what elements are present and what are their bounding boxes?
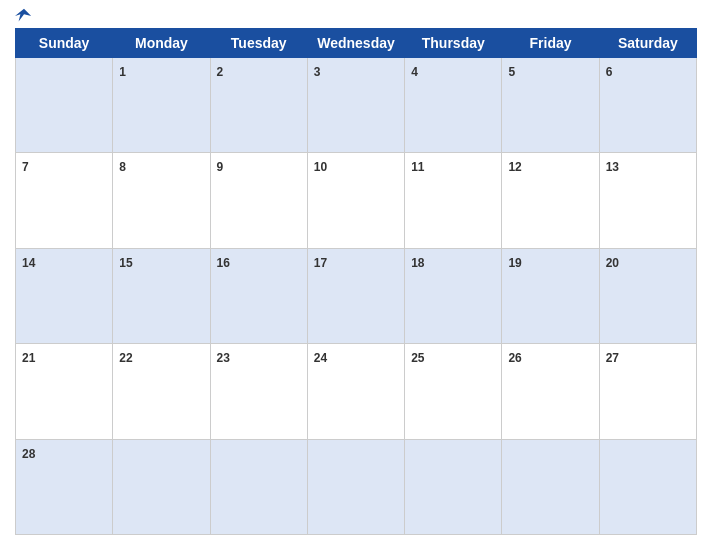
- calendar-cell: [405, 439, 502, 534]
- day-number: 10: [314, 160, 327, 174]
- day-number: 26: [508, 351, 521, 365]
- calendar-cell: 11: [405, 153, 502, 248]
- calendar-cell: [210, 439, 307, 534]
- calendar-cell: [502, 439, 599, 534]
- calendar-cell: 2: [210, 58, 307, 153]
- day-number: 18: [411, 256, 424, 270]
- day-number: 25: [411, 351, 424, 365]
- day-number: 11: [411, 160, 424, 174]
- day-number: 12: [508, 160, 521, 174]
- logo: [15, 7, 35, 25]
- calendar-cell: 12: [502, 153, 599, 248]
- calendar-cell: [307, 439, 404, 534]
- calendar-cell: 4: [405, 58, 502, 153]
- day-number: 8: [119, 160, 126, 174]
- calendar-cell: [113, 439, 210, 534]
- day-number: 15: [119, 256, 132, 270]
- calendar-cell: 19: [502, 248, 599, 343]
- calendar-cell: 20: [599, 248, 696, 343]
- calendar-week-2: 78910111213: [16, 153, 697, 248]
- calendar-cell: 3: [307, 58, 404, 153]
- calendar-week-3: 14151617181920: [16, 248, 697, 343]
- day-number: 28: [22, 447, 35, 461]
- calendar-cell: 10: [307, 153, 404, 248]
- calendar-cell: 26: [502, 344, 599, 439]
- logo-blue-text: [15, 7, 35, 25]
- weekday-saturday: Saturday: [599, 29, 696, 58]
- calendar-cell: 15: [113, 248, 210, 343]
- weekday-header-row: SundayMondayTuesdayWednesdayThursdayFrid…: [16, 29, 697, 58]
- day-number: 3: [314, 65, 321, 79]
- day-number: 27: [606, 351, 619, 365]
- calendar-cell: 5: [502, 58, 599, 153]
- calendar-cell: 8: [113, 153, 210, 248]
- weekday-monday: Monday: [113, 29, 210, 58]
- day-number: 13: [606, 160, 619, 174]
- calendar-week-1: 123456: [16, 58, 697, 153]
- day-number: 7: [22, 160, 29, 174]
- calendar-cell: 18: [405, 248, 502, 343]
- calendar-header: [15, 10, 697, 22]
- calendar-cell: 6: [599, 58, 696, 153]
- weekday-friday: Friday: [502, 29, 599, 58]
- logo-bird-icon: [15, 7, 33, 25]
- day-number: 19: [508, 256, 521, 270]
- calendar-cell: [599, 439, 696, 534]
- calendar-cell: 21: [16, 344, 113, 439]
- calendar-cell: 25: [405, 344, 502, 439]
- calendar-cell: 24: [307, 344, 404, 439]
- day-number: 23: [217, 351, 230, 365]
- weekday-thursday: Thursday: [405, 29, 502, 58]
- calendar-cell: 16: [210, 248, 307, 343]
- calendar-cell: 14: [16, 248, 113, 343]
- day-number: 5: [508, 65, 515, 79]
- calendar-week-4: 21222324252627: [16, 344, 697, 439]
- weekday-wednesday: Wednesday: [307, 29, 404, 58]
- svg-marker-0: [15, 9, 31, 22]
- calendar-cell: 28: [16, 439, 113, 534]
- calendar-cell: 23: [210, 344, 307, 439]
- day-number: 14: [22, 256, 35, 270]
- day-number: 4: [411, 65, 418, 79]
- calendar-table: SundayMondayTuesdayWednesdayThursdayFrid…: [15, 28, 697, 535]
- weekday-tuesday: Tuesday: [210, 29, 307, 58]
- day-number: 24: [314, 351, 327, 365]
- day-number: 9: [217, 160, 224, 174]
- day-number: 1: [119, 65, 126, 79]
- day-number: 2: [217, 65, 224, 79]
- weekday-sunday: Sunday: [16, 29, 113, 58]
- calendar-cell: 17: [307, 248, 404, 343]
- calendar-cell: 22: [113, 344, 210, 439]
- calendar-week-5: 28: [16, 439, 697, 534]
- calendar-cell: 1: [113, 58, 210, 153]
- calendar-cell: 27: [599, 344, 696, 439]
- day-number: 17: [314, 256, 327, 270]
- calendar-cell: [16, 58, 113, 153]
- day-number: 22: [119, 351, 132, 365]
- day-number: 21: [22, 351, 35, 365]
- day-number: 16: [217, 256, 230, 270]
- calendar-cell: 13: [599, 153, 696, 248]
- day-number: 20: [606, 256, 619, 270]
- calendar-cell: 7: [16, 153, 113, 248]
- day-number: 6: [606, 65, 613, 79]
- calendar-cell: 9: [210, 153, 307, 248]
